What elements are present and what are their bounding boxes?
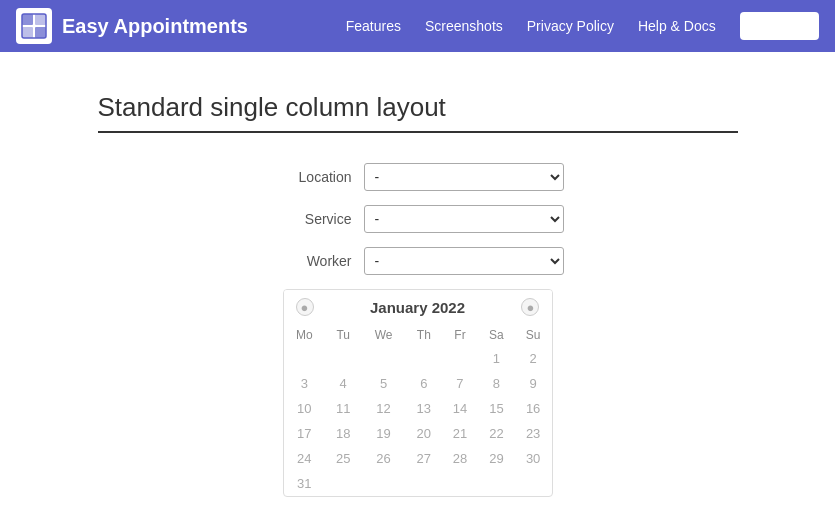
worker-select[interactable]: - [364,247,564,275]
calendar-week-row: 24252627282930 [284,446,552,471]
calendar-day[interactable]: 8 [478,371,515,396]
calendar-day [361,471,405,496]
calendar-month-title: January 2022 [370,299,465,316]
calendar-day [406,346,442,371]
calendar-day[interactable]: 11 [325,396,361,421]
calendar-days-header: Mo Tu We Th Fr Sa Su [284,324,552,346]
calendar-day[interactable]: 18 [325,421,361,446]
calendar-week-row: 3456789 [284,371,552,396]
calendar: ● January 2022 ● Mo Tu We Th Fr Sa Su [283,289,553,497]
svg-rect-3 [22,27,33,38]
calendar-day[interactable]: 29 [478,446,515,471]
demo-button[interactable]: Demo ▼ [740,12,819,40]
calendar-header: ● January 2022 ● [284,290,552,324]
calendar-day [361,346,405,371]
next-month-button[interactable]: ● [521,298,539,316]
calendar-day[interactable]: 15 [478,396,515,421]
svg-rect-2 [35,14,46,25]
svg-rect-1 [22,14,33,25]
brand-name: Easy Appointments [62,15,248,38]
calendar-day[interactable]: 12 [361,396,405,421]
calendar-day[interactable]: 31 [284,471,326,496]
main-content: Standard single column layout Location -… [78,52,758,506]
day-header-sa: Sa [478,324,515,346]
title-divider [98,131,738,133]
calendar-day[interactable]: 4 [325,371,361,396]
worker-label: Worker [272,253,352,269]
calendar-day[interactable]: 2 [515,346,552,371]
calendar-day[interactable]: 13 [406,396,442,421]
nav-links: Features Screenshots Privacy Policy Help… [346,12,819,40]
location-select[interactable]: - [364,163,564,191]
calendar-day[interactable]: 23 [515,421,552,446]
nav-help[interactable]: Help & Docs [638,18,716,34]
calendar-day[interactable]: 27 [406,446,442,471]
prev-month-button[interactable]: ● [296,298,314,316]
calendar-week-row: 31 [284,471,552,496]
nav-features[interactable]: Features [346,18,401,34]
svg-rect-4 [35,27,46,38]
nav-privacy[interactable]: Privacy Policy [527,18,614,34]
calendar-day[interactable]: 16 [515,396,552,421]
calendar-day[interactable]: 24 [284,446,326,471]
calendar-wrapper: ● January 2022 ● Mo Tu We Th Fr Sa Su [98,289,738,497]
calendar-day[interactable]: 26 [361,446,405,471]
day-header-mo: Mo [284,324,326,346]
calendar-day[interactable]: 7 [442,371,478,396]
calendar-day [325,346,361,371]
calendar-day[interactable]: 20 [406,421,442,446]
brand-logo [16,8,52,44]
calendar-day[interactable]: 22 [478,421,515,446]
calendar-day [442,471,478,496]
service-row: Service - [98,205,738,233]
calendar-day[interactable]: 14 [442,396,478,421]
calendar-week-row: 10111213141516 [284,396,552,421]
calendar-day[interactable]: 28 [442,446,478,471]
service-label: Service [272,211,352,227]
calendar-day [325,471,361,496]
calendar-day[interactable]: 19 [361,421,405,446]
calendar-day [478,471,515,496]
calendar-day[interactable]: 21 [442,421,478,446]
calendar-day[interactable]: 1 [478,346,515,371]
calendar-day[interactable]: 30 [515,446,552,471]
location-row: Location - [98,163,738,191]
calendar-day[interactable]: 17 [284,421,326,446]
calendar-day [442,346,478,371]
day-header-th: Th [406,324,442,346]
navbar: Easy Appointments Features Screenshots P… [0,0,835,52]
day-header-fr: Fr [442,324,478,346]
day-header-su: Su [515,324,552,346]
brand-link[interactable]: Easy Appointments [16,8,346,44]
dropdown-arrow-icon: ▼ [795,21,805,32]
calendar-week-row: 12 [284,346,552,371]
calendar-day[interactable]: 25 [325,446,361,471]
day-header-we: We [361,324,405,346]
calendar-day[interactable]: 5 [361,371,405,396]
calendar-day [515,471,552,496]
calendar-day [406,471,442,496]
calendar-day[interactable]: 10 [284,396,326,421]
calendar-table: Mo Tu We Th Fr Sa Su 1234567891011121314… [284,324,552,496]
calendar-day[interactable]: 6 [406,371,442,396]
worker-row: Worker - [98,247,738,275]
calendar-week-row: 17181920212223 [284,421,552,446]
calendar-day[interactable]: 9 [515,371,552,396]
calendar-day[interactable]: 3 [284,371,326,396]
calendar-day [284,346,326,371]
location-label: Location [272,169,352,185]
nav-screenshots[interactable]: Screenshots [425,18,503,34]
page-title: Standard single column layout [98,92,738,123]
day-header-tu: Tu [325,324,361,346]
service-select[interactable]: - [364,205,564,233]
